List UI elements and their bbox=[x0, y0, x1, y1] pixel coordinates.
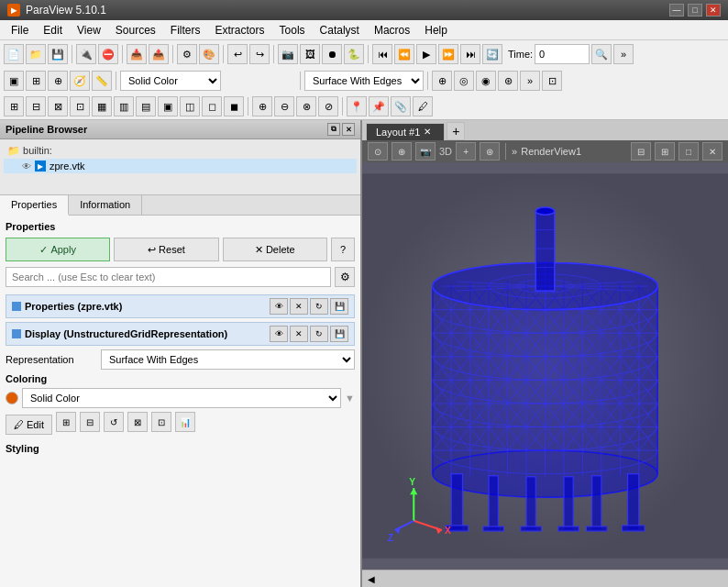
axes-btn[interactable]: ⊕ bbox=[48, 71, 68, 91]
next-btn[interactable]: ⏩ bbox=[438, 44, 458, 64]
color-select[interactable]: Solid Color bbox=[120, 71, 221, 91]
rescale2-btn[interactable]: ⊟ bbox=[80, 412, 100, 432]
search-settings-btn[interactable]: ⚙ bbox=[335, 267, 355, 287]
screenshot-view-btn[interactable]: 📷 bbox=[415, 142, 436, 161]
rescale-btn[interactable]: ⊞ bbox=[56, 412, 76, 432]
camera-reset-btn[interactable]: ⊙ bbox=[368, 142, 388, 161]
properties-section[interactable]: Properties (zpre.vtk) 👁 ✕ ↻ 💾 bbox=[6, 294, 355, 318]
more2-btn[interactable]: » bbox=[520, 71, 540, 91]
undo-btn[interactable]: ↩ bbox=[227, 44, 248, 64]
menu-macros[interactable]: Macros bbox=[367, 22, 417, 39]
split-h-btn[interactable]: ⊟ bbox=[631, 142, 651, 161]
connect-btn[interactable]: 🔌 bbox=[76, 44, 96, 64]
tool14[interactable]: ⊗ bbox=[296, 96, 316, 116]
tool17[interactable]: 📌 bbox=[369, 96, 389, 116]
section-delete-btn[interactable]: ✕ bbox=[290, 298, 308, 315]
zoom-data-btn[interactable]: ⊕ bbox=[392, 142, 412, 161]
tool16[interactable]: 📍 bbox=[347, 96, 367, 116]
more-btn[interactable]: » bbox=[613, 44, 634, 64]
tool1[interactable]: ⊞ bbox=[4, 96, 24, 116]
tool11[interactable]: ◼ bbox=[224, 96, 244, 116]
tool3[interactable]: ⊠ bbox=[48, 96, 68, 116]
last-btn[interactable]: ⏭ bbox=[460, 44, 480, 64]
interact-view-btn[interactable]: ⊛ bbox=[480, 142, 500, 161]
zoom-plus-btn[interactable]: + bbox=[456, 142, 476, 161]
tab-properties[interactable]: Properties bbox=[0, 195, 69, 216]
tool6[interactable]: ▥ bbox=[114, 96, 134, 116]
open-btn[interactable]: 📁 bbox=[26, 44, 46, 64]
import-btn[interactable]: 📥 bbox=[127, 44, 147, 64]
rescale5-btn[interactable]: ⊡ bbox=[151, 412, 171, 432]
play-btn[interactable]: ▶ bbox=[416, 44, 436, 64]
time-input[interactable] bbox=[535, 44, 590, 64]
menu-extractors[interactable]: Extractors bbox=[208, 22, 272, 39]
menu-catalyst[interactable]: Catalyst bbox=[313, 22, 367, 39]
prev-btn[interactable]: ⏪ bbox=[394, 44, 414, 64]
rescale6-btn[interactable]: 📊 bbox=[175, 412, 195, 432]
pipeline-close-btn[interactable]: ✕ bbox=[342, 123, 355, 136]
representation-select[interactable]: Surface With Edges bbox=[101, 349, 355, 370]
python-btn[interactable]: 🐍 bbox=[344, 44, 364, 64]
display-save-btn[interactable]: 💾 bbox=[330, 326, 348, 342]
search-input[interactable] bbox=[6, 267, 331, 287]
tool9[interactable]: ◫ bbox=[180, 96, 200, 116]
display-reload-btn[interactable]: ↻ bbox=[310, 326, 328, 342]
menu-view[interactable]: View bbox=[70, 22, 108, 39]
tool19[interactable]: 🖊 bbox=[413, 96, 433, 116]
tab-close-btn[interactable]: ✕ bbox=[424, 127, 435, 138]
display-delete-btn[interactable]: ✕ bbox=[290, 326, 308, 342]
eye-toggle-icon[interactable]: 👁 bbox=[22, 161, 31, 172]
representation-select[interactable]: Surface With Edges bbox=[304, 71, 424, 91]
viewport[interactable]: X Y Z bbox=[362, 162, 728, 570]
section-save-btn[interactable]: 💾 bbox=[330, 298, 348, 315]
export-btn[interactable]: 📤 bbox=[149, 44, 169, 64]
maximize-btn[interactable]: □ bbox=[688, 4, 702, 17]
zoom-fit-btn[interactable]: 🔍 bbox=[591, 44, 612, 64]
tool15[interactable]: ⊘ bbox=[318, 96, 338, 116]
rescale3-btn[interactable]: ↺ bbox=[104, 412, 124, 432]
interact-btn[interactable]: ⊕ bbox=[432, 71, 452, 91]
display-section[interactable]: Display (UnstructuredGridRepresentation)… bbox=[6, 322, 355, 346]
tool5[interactable]: ▦ bbox=[92, 96, 112, 116]
layout-tab[interactable]: Layout #1 ✕ bbox=[366, 123, 445, 140]
close-view-btn[interactable]: ✕ bbox=[702, 142, 722, 161]
tool18[interactable]: 📎 bbox=[391, 96, 411, 116]
camera-btn[interactable]: 📷 bbox=[278, 44, 298, 64]
close-btn[interactable]: ✕ bbox=[706, 4, 721, 17]
split-v-btn[interactable]: ⊞ bbox=[655, 142, 675, 161]
menu-help[interactable]: Help bbox=[417, 22, 455, 39]
reset-button[interactable]: ↩ Reset bbox=[114, 238, 218, 261]
orient-btn[interactable]: 🧭 bbox=[70, 71, 90, 91]
rescale4-btn[interactable]: ⊠ bbox=[127, 412, 148, 432]
edit-color-btn[interactable]: 🖊 Edit bbox=[6, 415, 52, 435]
tool10[interactable]: ◻ bbox=[202, 96, 222, 116]
menu-tools[interactable]: Tools bbox=[272, 22, 313, 39]
view2-btn[interactable]: ⊞ bbox=[26, 71, 46, 91]
redo-btn[interactable]: ↪ bbox=[249, 44, 270, 64]
pick-btn[interactable]: ◉ bbox=[476, 71, 496, 91]
menu-file[interactable]: File bbox=[4, 22, 36, 39]
delete-button[interactable]: ✕ Delete bbox=[223, 238, 327, 261]
tool2[interactable]: ⊟ bbox=[26, 96, 46, 116]
probe-btn[interactable]: ⊛ bbox=[498, 71, 518, 91]
select-btn[interactable]: ◎ bbox=[454, 71, 474, 91]
view1-btn[interactable]: ▣ bbox=[4, 71, 24, 91]
tool7[interactable]: ▤ bbox=[136, 96, 156, 116]
display-eye-btn[interactable]: 👁 bbox=[270, 326, 288, 342]
save-btn[interactable]: 💾 bbox=[48, 44, 68, 64]
color-by-select[interactable]: Solid Color bbox=[22, 388, 341, 408]
new-btn[interactable]: 📄 bbox=[4, 44, 24, 64]
ruler-btn[interactable]: 📏 bbox=[92, 71, 112, 91]
new-layout-btn[interactable]: + bbox=[447, 122, 465, 140]
record-btn[interactable]: ⏺ bbox=[322, 44, 342, 64]
apply-button[interactable]: ✓ Apply bbox=[6, 238, 110, 261]
colormap-btn[interactable]: 🎨 bbox=[199, 44, 219, 64]
tool13[interactable]: ⊖ bbox=[274, 96, 294, 116]
first-btn[interactable]: ⏮ bbox=[372, 44, 392, 64]
menu-sources[interactable]: Sources bbox=[108, 22, 163, 39]
minimize-btn[interactable]: — bbox=[669, 4, 684, 17]
section-reload-btn[interactable]: ↻ bbox=[310, 298, 328, 315]
tool12[interactable]: ⊕ bbox=[252, 96, 272, 116]
screenshot-btn[interactable]: 🖼 bbox=[300, 44, 320, 64]
pipeline-float-btn[interactable]: ⧉ bbox=[327, 123, 340, 136]
